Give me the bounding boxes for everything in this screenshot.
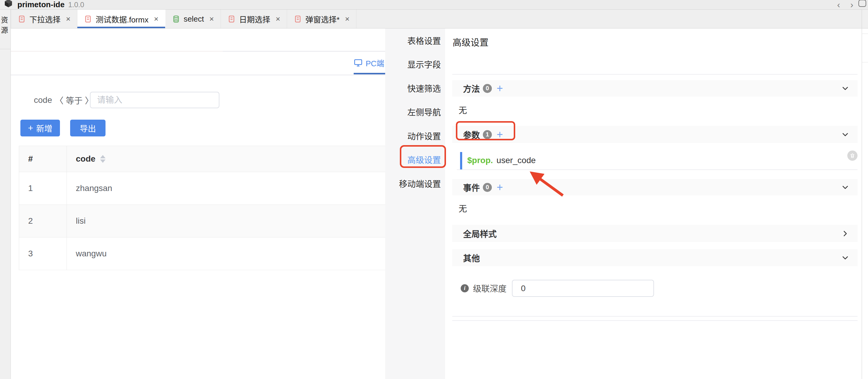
- export-button[interactable]: 导出: [70, 120, 105, 137]
- editor-tab-dropdown-select[interactable]: 下拉选择 ×: [11, 9, 77, 28]
- resource-sidebar-strip: 资源: [0, 9, 11, 379]
- menu-item-mobile-settings[interactable]: 移动端设置: [385, 172, 445, 196]
- count-badge: 0: [483, 183, 492, 192]
- filter-operator: 〈 等于 〉: [55, 94, 94, 106]
- app-logo-cube-icon: [4, 0, 13, 9]
- cascade-depth-input[interactable]: [512, 280, 654, 297]
- param-item[interactable]: $prop. user_code: [467, 156, 536, 165]
- add-button[interactable]: + 新增: [20, 120, 60, 137]
- cell-index: 2: [19, 205, 67, 237]
- chevron-down-icon[interactable]: [841, 84, 850, 93]
- editor-tab-select[interactable]: select ×: [165, 9, 221, 28]
- tab-pc-label: PC端: [366, 57, 384, 68]
- delete-param-button[interactable]: [847, 150, 858, 161]
- section-methods[interactable]: 方法 0 +: [452, 80, 858, 96]
- strip-divider: [862, 62, 868, 62]
- settings-menu: 表格设置 显示字段 快速筛选 左侧导航 动作设置 高级设置 移动端设置: [385, 28, 445, 379]
- trash-icon: [849, 153, 856, 158]
- title-bar: primeton-ide 1.0.0 ‹ ›: [0, 0, 868, 9]
- count-badge: 1: [483, 130, 492, 139]
- strip-divider: [0, 49, 11, 49]
- section-label: 方法: [463, 83, 480, 94]
- tab-pc-view[interactable]: PC端: [354, 53, 384, 72]
- close-icon[interactable]: ×: [66, 14, 70, 24]
- editor-tab-test-data[interactable]: 测试数据.formx ×: [77, 9, 165, 28]
- close-icon[interactable]: ×: [345, 14, 349, 24]
- events-empty-text: 无: [459, 202, 467, 214]
- menu-item-left-nav[interactable]: 左侧导航: [385, 100, 445, 124]
- column-header-label: code: [76, 154, 95, 164]
- section-label: 全局样式: [463, 228, 497, 240]
- panel-title: 高级设置: [453, 35, 489, 48]
- add-param-icon[interactable]: +: [497, 130, 503, 139]
- filter-value-input[interactable]: [90, 92, 219, 108]
- panel-divider: [452, 74, 858, 75]
- close-icon[interactable]: ×: [276, 14, 280, 24]
- tab-label: 测试数据.formx: [96, 13, 148, 25]
- param-prefix: $prop.: [467, 156, 493, 165]
- app-title: primeton-ide: [18, 0, 64, 9]
- cascade-depth-field: i 级联深度: [461, 282, 506, 295]
- right-strip-header: [862, 9, 868, 28]
- monitor-icon: [354, 58, 363, 67]
- canvas-divider: [11, 51, 223, 52]
- panel-divider: [452, 316, 858, 317]
- section-global-style[interactable]: 全局样式: [452, 225, 858, 242]
- close-icon[interactable]: ×: [154, 14, 158, 24]
- column-header-index[interactable]: #: [19, 146, 67, 172]
- param-item-divider: [457, 169, 858, 170]
- menu-item-quick-filter[interactable]: 快速筛选: [385, 76, 445, 100]
- column-header-label: #: [28, 154, 33, 164]
- form-file-icon: [18, 15, 26, 23]
- add-button-label: 新增: [36, 122, 53, 134]
- panel-divider: [452, 320, 858, 321]
- section-params[interactable]: 参数 1 +: [452, 126, 858, 143]
- plus-icon: +: [28, 124, 33, 132]
- param-item-accent-bar: [460, 152, 462, 169]
- close-icon[interactable]: ×: [210, 14, 214, 24]
- chevron-right-icon[interactable]: [841, 229, 850, 238]
- tab-label: 日期选择: [239, 13, 270, 25]
- chevron-down-icon[interactable]: [841, 130, 850, 139]
- filter-field-label: code 〈 等于 〉: [34, 92, 93, 108]
- cascade-depth-label: 级联深度: [473, 282, 506, 294]
- editor-tab-bar: 下拉选择 × 测试数据.formx × select ×: [11, 9, 862, 28]
- form-file-icon: [227, 15, 236, 23]
- form-file-icon: [294, 15, 302, 23]
- methods-empty-text: 无: [459, 104, 467, 116]
- app-version: 1.0.0: [68, 1, 84, 9]
- param-name: user_code: [497, 156, 536, 165]
- chevron-down-icon[interactable]: [841, 253, 850, 262]
- menu-item-advanced-settings[interactable]: 高级设置: [385, 148, 445, 172]
- advanced-settings-panel: 高级设置 方法 0 + 无 参数 1 + $prop. user_code: [445, 28, 862, 379]
- nav-back-icon[interactable]: ‹: [832, 0, 845, 9]
- editor-tab-popup-select[interactable]: 弹窗选择* ×: [287, 9, 356, 28]
- cell-index: 3: [19, 237, 67, 270]
- section-label: 事件: [463, 181, 480, 194]
- chevron-down-icon[interactable]: [841, 183, 850, 192]
- section-events[interactable]: 事件 0 +: [452, 179, 858, 196]
- section-label: 参数: [463, 128, 480, 141]
- tab-label: 下拉选择: [29, 13, 61, 25]
- sidebar-item-resources[interactable]: 资源: [1, 16, 9, 36]
- active-tab-underline: [354, 73, 387, 75]
- section-label: 其他: [463, 252, 480, 264]
- filter-field-name: code: [34, 95, 52, 105]
- cell-index: 1: [19, 172, 67, 204]
- ide-window: primeton-ide 1.0.0 ‹ › 资源 下拉选择 × 测试数据.fo…: [0, 0, 868, 379]
- nav-forward-icon[interactable]: ›: [845, 0, 859, 9]
- tab-label: select: [184, 14, 204, 24]
- editor-tab-date-select[interactable]: 日期选择 ×: [221, 9, 287, 28]
- menu-item-display-fields[interactable]: 显示字段: [385, 53, 445, 77]
- count-badge: 0: [483, 84, 492, 93]
- sort-icon[interactable]: [100, 155, 105, 163]
- menu-item-table-settings[interactable]: 表格设置: [385, 28, 445, 53]
- add-method-icon[interactable]: +: [497, 84, 503, 93]
- add-event-icon[interactable]: +: [497, 183, 503, 192]
- database-icon: [172, 15, 180, 23]
- right-sidebar-strip[interactable]: [862, 9, 868, 379]
- toggle-panel-icon[interactable]: [859, 0, 866, 7]
- menu-item-action-settings[interactable]: 动作设置: [385, 124, 445, 148]
- info-icon: i: [461, 284, 469, 292]
- section-other[interactable]: 其他: [452, 249, 858, 266]
